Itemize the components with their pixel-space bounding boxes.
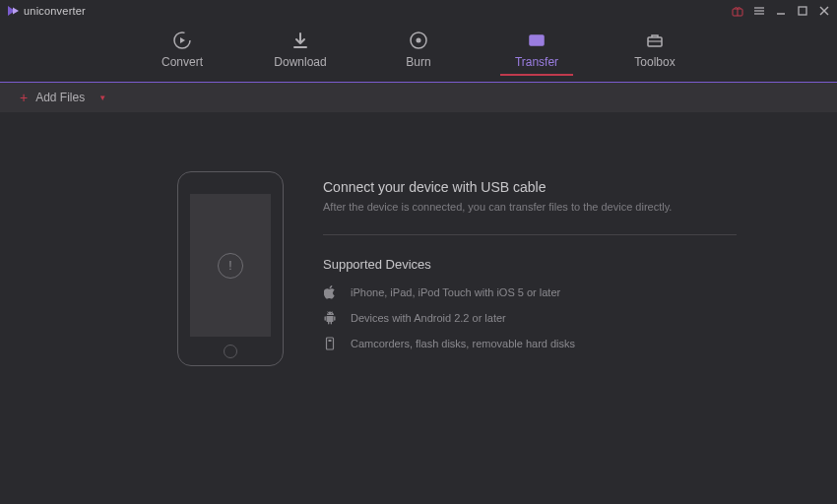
divider (323, 234, 737, 235)
device-screen: ! (190, 194, 271, 337)
toolbar: + Add Files ▼ (0, 83, 837, 112)
svg-marker-12 (180, 37, 185, 43)
svg-rect-8 (799, 7, 806, 15)
logo-icon (6, 4, 20, 18)
tab-label: Download (274, 55, 326, 69)
convert-icon (171, 30, 193, 51)
window-controls (731, 4, 831, 18)
info-panel: Connect your device with USB cable After… (323, 171, 798, 366)
connect-heading: Connect your device with USB cable (323, 179, 798, 195)
add-files-label: Add Files (35, 91, 85, 104)
device-text: Devices with Android 2.2 or later (351, 312, 506, 324)
chevron-down-icon: ▼ (98, 94, 106, 102)
device-row-android: Devices with Android 2.2 or later (323, 311, 798, 325)
maximize-button[interactable] (796, 4, 809, 18)
app-name: uniconverter (24, 5, 86, 17)
tab-toolbox[interactable]: Toolbox (618, 30, 691, 75)
toolbox-icon (644, 30, 666, 51)
minimize-button[interactable] (774, 4, 788, 18)
menu-icon[interactable] (752, 4, 766, 18)
svg-rect-20 (329, 340, 332, 342)
download-icon (290, 30, 311, 51)
tab-label: Toolbox (634, 55, 675, 69)
apple-icon (323, 285, 337, 299)
tab-burn[interactable]: Burn (382, 30, 455, 75)
tab-label: Burn (406, 55, 430, 69)
device-placeholder: ! (177, 171, 284, 366)
device-row-storage: Camcorders, flash disks, removable hard … (323, 337, 798, 350)
tab-label: Transfer (515, 55, 558, 69)
home-button-icon (224, 345, 237, 358)
tab-label: Convert (161, 55, 203, 69)
alert-icon: ! (218, 253, 243, 279)
tab-convert[interactable]: Convert (146, 30, 219, 75)
device-row-ios: iPhone, iPad, iPod Touch with iOS 5 or l… (323, 285, 798, 299)
tab-transfer[interactable]: Transfer (500, 30, 573, 75)
transfer-icon (526, 30, 547, 51)
add-files-button[interactable]: + Add Files ▼ (20, 90, 106, 105)
app-logo: uniconverter (6, 4, 86, 18)
connect-subtext: After the device is connected, you can t… (323, 201, 798, 213)
svg-point-15 (417, 37, 421, 42)
burn-icon (408, 30, 429, 51)
content-area: ! Connect your device with USB cable Aft… (0, 112, 837, 366)
device-text: iPhone, iPad, iPod Touch with iOS 5 or l… (351, 286, 560, 298)
titlebar: uniconverter (0, 0, 837, 22)
tab-download[interactable]: Download (264, 30, 337, 75)
gift-icon[interactable] (731, 4, 744, 18)
supported-title: Supported Devices (323, 257, 798, 272)
android-icon (323, 311, 337, 325)
device-text: Camcorders, flash disks, removable hard … (351, 338, 575, 349)
storage-icon (323, 337, 337, 350)
plus-icon: + (20, 90, 28, 105)
main-tabs: Convert Download Burn Transfer Toolbox (0, 22, 837, 83)
close-button[interactable] (817, 4, 831, 18)
svg-marker-1 (13, 8, 19, 15)
svg-rect-19 (327, 338, 334, 349)
